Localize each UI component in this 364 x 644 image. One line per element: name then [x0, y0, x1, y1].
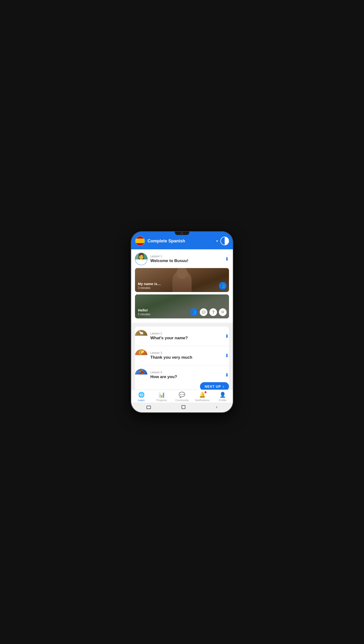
card-hello[interactable]: Hello! 5 minutes 📘 💬 ❓ 🗨: [135, 294, 229, 318]
chevron-down-icon[interactable]: ▾: [216, 239, 218, 243]
bottom-nav: 🌐 Learn 📊 Progress 💬 Community 🔔 Notific…: [131, 390, 233, 402]
nav-learn[interactable]: 🌐 Learn: [131, 392, 152, 402]
card-my-name[interactable]: My name is… 3 minutes 📘: [135, 268, 229, 292]
dialogue-icon[interactable]: 💬: [200, 308, 208, 316]
android-recent-btn[interactable]: [146, 406, 151, 409]
lesson3-info: Lesson 3 Thank you very much: [150, 351, 222, 360]
nav-progress[interactable]: 📊 Progress: [152, 392, 172, 402]
community-label: Community: [175, 399, 189, 402]
lesson1-header: 👩 Lesson 1 Welcome to Busuu! ⬇: [135, 253, 229, 268]
nav-profile[interactable]: 👤 Profile: [212, 392, 233, 402]
next-up-button[interactable]: NEXT UP ›: [200, 382, 229, 390]
lesson2-download-icon[interactable]: ⬇: [225, 333, 229, 339]
profile-icon: 👤: [220, 392, 226, 398]
notifications-label: Notifications: [195, 399, 210, 402]
course-title: Complete Spanish: [148, 238, 213, 244]
lesson1-info: Lesson 1 Welcome to Busuu!: [150, 255, 222, 263]
chat-icon[interactable]: 🗨: [219, 308, 226, 316]
lesson2-title: What's your name?: [150, 336, 222, 340]
card2-duration: 5 minutes: [138, 313, 150, 316]
quiz-icon[interactable]: ❓: [209, 308, 217, 316]
learn-label: Learn: [138, 399, 144, 402]
next-up-arrow: ›: [223, 384, 224, 388]
lesson3-download-icon[interactable]: ⬇: [225, 353, 229, 358]
lesson1-download-icon[interactable]: ⬇: [225, 256, 229, 262]
lesson2-item[interactable]: 🦙 Lesson 2 What's your name? ⬇: [135, 326, 229, 346]
nav-community[interactable]: 💬 Community: [172, 392, 192, 402]
android-home-btn[interactable]: [182, 405, 185, 409]
lessons-list: 🦙 Lesson 2 What's your name? ⬇ 🌮: [131, 326, 233, 390]
lesson4-item[interactable]: 💃 Lesson 4 How are you? ⬇ NEXT UP ›: [135, 366, 229, 390]
card2-text: Hello! 5 minutes: [135, 306, 153, 318]
profile-label: Profile: [219, 399, 226, 402]
lesson4-title: How are you?: [150, 374, 222, 379]
learn-icon: 🌐: [138, 392, 144, 398]
scroll-area: 👩 Lesson 1 Welcome to Busuu! ⬇: [131, 249, 233, 390]
notification-badge: [204, 391, 206, 393]
card2-icons: 📘 💬 ❓ 🗨: [190, 308, 226, 316]
lesson3-title: Thank you very much: [150, 355, 222, 360]
progress-icon: 📊: [158, 392, 165, 398]
lesson1-title: Welcome to Busuu!: [150, 258, 222, 263]
card1-title: My name is…: [138, 282, 161, 286]
lesson4-download-icon[interactable]: ⬇: [225, 372, 229, 378]
lesson1-label: Lesson 1: [150, 255, 222, 258]
camera: [181, 232, 183, 234]
phone-notch: [175, 232, 189, 235]
lesson3-avatar: 🌮: [135, 349, 148, 362]
lessons-container: 🦙 Lesson 2 What's your name? ⬇ 🌮: [135, 326, 229, 390]
phone-frame: Complete Spanish ▾ 👩 Lesson 1 Welcome to…: [130, 231, 234, 413]
lesson1-section: 👩 Lesson 1 Welcome to Busuu! ⬇: [131, 249, 233, 323]
lesson3-item[interactable]: 🌮 Lesson 3 Thank you very much ⬇: [135, 346, 229, 366]
lesson3-label: Lesson 3: [150, 351, 222, 354]
next-up-label: NEXT UP: [205, 384, 221, 388]
card2-title: Hello!: [138, 308, 150, 312]
vocab-icon[interactable]: 📘: [190, 308, 198, 316]
flag-icon[interactable]: [135, 236, 145, 246]
timer-button[interactable]: [220, 237, 229, 245]
android-nav: ‹: [131, 402, 233, 412]
phone-screen: Complete Spanish ▾ 👩 Lesson 1 Welcome to…: [131, 232, 233, 412]
lesson4-info: Lesson 4 How are you?: [150, 371, 222, 379]
card1-text: My name is… 3 minutes: [135, 279, 164, 292]
progress-label: Progress: [156, 399, 167, 402]
lesson4-avatar: 💃: [135, 369, 148, 381]
nav-notifications[interactable]: 🔔 Notifications: [192, 392, 212, 402]
section-divider: [131, 323, 233, 325]
lesson2-info: Lesson 2 What's your name?: [150, 332, 222, 340]
android-back-btn[interactable]: ‹: [216, 404, 218, 410]
lesson-type-icon[interactable]: 📘: [219, 282, 226, 290]
lesson4-label: Lesson 4: [150, 371, 222, 374]
community-icon: 💬: [179, 392, 185, 398]
lesson1-avatar: 👩: [135, 253, 148, 265]
lesson2-avatar: 🦙: [135, 330, 148, 342]
lesson2-label: Lesson 2: [150, 332, 222, 335]
card1-icons: 📘: [219, 282, 226, 290]
card1-duration: 3 minutes: [138, 286, 161, 290]
